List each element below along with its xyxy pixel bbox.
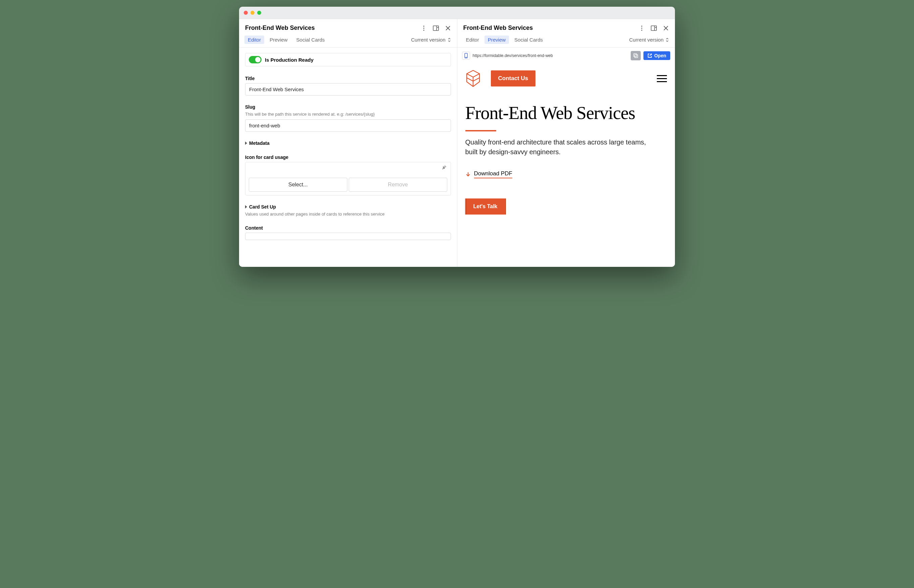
production-ready-toggle[interactable] — [249, 56, 262, 63]
svg-line-27 — [473, 74, 480, 77]
caret-right-icon — [245, 142, 247, 145]
content-input[interactable] — [245, 233, 451, 240]
hero-subtitle: Quality front-end architecture that scal… — [465, 137, 653, 157]
title-label: Title — [245, 76, 451, 81]
split-pane-icon[interactable] — [651, 25, 657, 31]
cardsetup-help: Values used around other pages inside of… — [245, 212, 451, 216]
media-remove-button[interactable]: Remove — [349, 178, 447, 192]
external-link-icon — [648, 53, 652, 58]
media-select-button[interactable]: Select... — [249, 178, 347, 192]
svg-point-0 — [423, 26, 424, 26]
caret-right-icon — [245, 205, 247, 208]
window-titlebar — [239, 7, 675, 19]
accent-rule — [465, 130, 496, 131]
close-icon[interactable] — [663, 25, 669, 31]
svg-point-2 — [423, 29, 424, 31]
editor-pane: Front-End Web Services Editor Pre — [239, 19, 457, 267]
svg-point-11 — [641, 26, 642, 26]
kebab-menu-icon[interactable] — [421, 25, 427, 31]
svg-rect-22 — [635, 55, 638, 58]
version-label: Current version — [629, 37, 664, 43]
tab-social-cards[interactable]: Social Cards — [293, 36, 328, 44]
kebab-menu-icon[interactable] — [639, 25, 645, 31]
svg-point-21 — [466, 57, 467, 58]
cardsetup-label: Card Set Up — [249, 204, 276, 210]
cardsetup-collapse[interactable]: Card Set Up — [245, 204, 451, 210]
download-row[interactable]: Download PDF — [465, 170, 667, 178]
production-ready-row: Is Production Ready — [245, 53, 451, 66]
svg-line-30 — [473, 78, 480, 81]
window-minimize-dot[interactable] — [250, 11, 255, 15]
svg-line-26 — [467, 74, 473, 77]
svg-rect-3 — [433, 26, 439, 31]
hero-title: Front-End Web Services — [465, 103, 667, 123]
pane-title: Front-End Web Services — [463, 24, 533, 32]
preview-url-row: https://formidable.dev/services/front-en… — [457, 48, 675, 64]
window-zoom-dot[interactable] — [257, 11, 261, 15]
open-label: Open — [654, 53, 666, 58]
version-label: Current version — [411, 37, 446, 43]
app-window: Front-End Web Services Editor Pre — [239, 7, 675, 267]
close-icon[interactable] — [445, 25, 451, 31]
tab-preview[interactable]: Preview — [484, 36, 509, 44]
device-mobile-icon[interactable] — [462, 52, 470, 60]
lets-talk-button[interactable]: Let's Talk — [465, 199, 506, 215]
preview-url: https://formidable.dev/services/front-en… — [473, 53, 628, 58]
version-selector[interactable]: Current version — [629, 37, 669, 43]
slug-help: This will be the path this service is re… — [245, 111, 451, 117]
pane-title: Front-End Web Services — [245, 24, 315, 32]
tab-preview[interactable]: Preview — [266, 36, 291, 44]
tab-list: Editor Preview Social Cards — [463, 36, 546, 44]
open-button[interactable]: Open — [643, 51, 670, 60]
tab-list: Editor Preview Social Cards — [244, 36, 328, 44]
slug-label: Slug — [245, 104, 451, 110]
tab-social-cards[interactable]: Social Cards — [511, 36, 546, 44]
slug-input[interactable] — [245, 120, 451, 132]
preview-site: Contact Us Front-End Web Services Qualit… — [457, 64, 675, 267]
content-label: Content — [245, 225, 451, 231]
editor-body: Is Production Ready Title Slug This will… — [239, 48, 457, 254]
split-panes: Front-End Web Services Editor Pre — [239, 19, 675, 267]
svg-line-29 — [467, 78, 473, 81]
select-arrows-icon — [665, 37, 669, 42]
arrow-down-icon — [465, 172, 471, 177]
metadata-label: Metadata — [249, 141, 270, 146]
svg-rect-23 — [634, 53, 637, 57]
brand-logo-icon — [465, 70, 481, 87]
version-selector[interactable]: Current version — [411, 37, 451, 43]
icon-label: Icon for card usage — [245, 155, 451, 160]
tab-editor[interactable]: Editor — [244, 36, 264, 44]
production-ready-label: Is Production Ready — [265, 57, 313, 63]
window-close-dot[interactable] — [244, 11, 248, 15]
hamburger-menu-icon[interactable] — [657, 75, 667, 82]
tab-editor[interactable]: Editor — [463, 36, 483, 44]
svg-rect-14 — [651, 26, 657, 31]
svg-point-12 — [641, 27, 642, 29]
svg-line-9 — [443, 166, 444, 167]
plug-icon[interactable] — [441, 165, 447, 171]
copy-icon[interactable] — [631, 51, 641, 60]
download-link[interactable]: Download PDF — [474, 170, 512, 178]
svg-point-13 — [641, 29, 642, 31]
media-box: Select... Remove — [245, 162, 451, 195]
contact-us-button[interactable]: Contact Us — [491, 70, 536, 87]
split-pane-icon[interactable] — [433, 25, 439, 31]
metadata-collapse[interactable]: Metadata — [245, 141, 451, 146]
preview-pane: Front-End Web Services Editor Pre — [457, 19, 675, 267]
title-input[interactable] — [245, 83, 451, 95]
svg-point-1 — [423, 27, 424, 29]
select-arrows-icon — [447, 37, 451, 42]
